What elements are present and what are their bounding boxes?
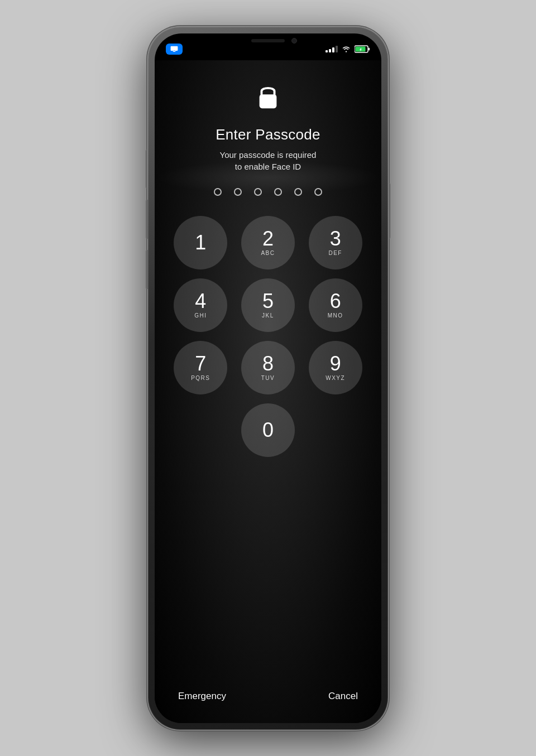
- key-7-letters: PQRS: [191, 375, 210, 381]
- passcode-subtitle: Your passcode is required to enable Face…: [220, 149, 317, 172]
- signal-bar-3: [332, 47, 334, 52]
- key-1-number: 1: [195, 233, 206, 253]
- dot-6: [314, 188, 322, 196]
- key-8-number: 8: [262, 354, 274, 374]
- key-9-number: 9: [330, 354, 341, 374]
- key-9-letters: WXYZ: [326, 375, 345, 381]
- emergency-button[interactable]: Emergency: [176, 686, 228, 706]
- signal-bar-1: [326, 50, 328, 52]
- passcode-dots: [214, 188, 322, 196]
- key-9[interactable]: 9 WXYZ: [309, 341, 362, 394]
- key-0-number: 0: [262, 420, 274, 440]
- key-3-number: 3: [330, 229, 341, 249]
- dot-1: [214, 188, 222, 196]
- dot-3: [254, 188, 262, 196]
- speaker: [251, 39, 285, 42]
- battery-icon: [355, 45, 370, 53]
- svg-rect-3: [260, 94, 277, 108]
- keypad: 1 2 ABC 3 DEF 4 GHI 5 JKL: [155, 216, 381, 394]
- lock-svg: [256, 83, 280, 110]
- airplay-icon: [170, 45, 178, 53]
- status-right: [326, 45, 370, 53]
- screen-content: Enter Passcode Your passcode is required…: [155, 60, 381, 723]
- key-3-letters: DEF: [328, 250, 342, 256]
- airplay-indicator: [166, 44, 183, 55]
- key-8-letters: TUV: [261, 375, 275, 381]
- key-6-number: 6: [330, 291, 341, 311]
- key-8[interactable]: 8 TUV: [241, 341, 295, 394]
- signal-bar-4: [336, 46, 338, 52]
- signal-bar-2: [329, 49, 331, 52]
- phone-device: Enter Passcode Your passcode is required…: [148, 27, 388, 730]
- key-4[interactable]: 4 GHI: [174, 278, 227, 332]
- signal-strength: [326, 46, 338, 52]
- key-0[interactable]: 0: [241, 403, 295, 457]
- key-6[interactable]: 6 MNO: [309, 278, 362, 332]
- dot-4: [274, 188, 282, 196]
- status-left: [166, 44, 183, 55]
- cancel-button[interactable]: Cancel: [326, 686, 360, 706]
- key-4-number: 4: [195, 291, 206, 311]
- key-2-number: 2: [262, 229, 274, 249]
- passcode-title: Enter Passcode: [216, 126, 320, 143]
- key-7[interactable]: 7 PQRS: [174, 341, 227, 394]
- key-2[interactable]: 2 ABC: [241, 216, 295, 269]
- dot-5: [294, 188, 302, 196]
- wifi-icon: [341, 45, 351, 53]
- key-4-letters: GHI: [194, 312, 207, 319]
- key-3[interactable]: 3 DEF: [309, 216, 362, 269]
- svg-rect-1: [368, 47, 370, 50]
- phone-screen: Enter Passcode Your passcode is required…: [155, 33, 381, 723]
- key-6-letters: MNO: [328, 312, 343, 319]
- key-5-number: 5: [262, 291, 274, 311]
- passcode-subtitle-text: Your passcode is required to enable Face…: [220, 150, 317, 171]
- key-1[interactable]: 1: [174, 216, 227, 269]
- dot-2: [234, 188, 242, 196]
- bottom-row: Emergency Cancel: [155, 686, 381, 706]
- lock-icon: [256, 83, 280, 113]
- key-2-letters: ABC: [261, 250, 275, 256]
- key-5-letters: JKL: [262, 312, 274, 319]
- camera: [291, 38, 297, 44]
- key-5[interactable]: 5 JKL: [241, 278, 295, 332]
- key-7-number: 7: [195, 354, 206, 374]
- zero-row: 0: [241, 403, 295, 457]
- notch: [223, 33, 313, 51]
